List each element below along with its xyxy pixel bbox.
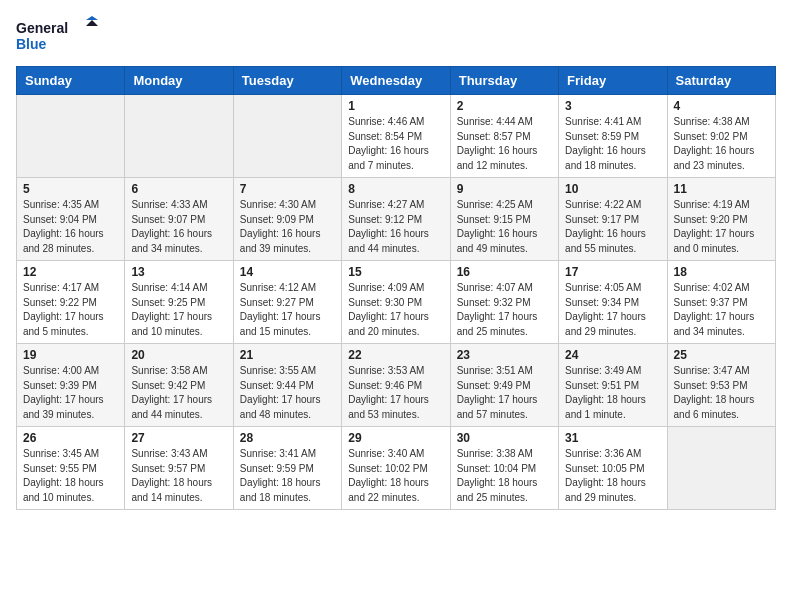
day-number: 13 <box>131 265 226 279</box>
day-number: 8 <box>348 182 443 196</box>
calendar-cell: 28Sunrise: 3:41 AM Sunset: 9:59 PM Dayli… <box>233 427 341 510</box>
svg-marker-2 <box>86 16 98 20</box>
day-number: 15 <box>348 265 443 279</box>
calendar-week-4: 19Sunrise: 4:00 AM Sunset: 9:39 PM Dayli… <box>17 344 776 427</box>
calendar-cell: 6Sunrise: 4:33 AM Sunset: 9:07 PM Daylig… <box>125 178 233 261</box>
calendar-header-row: SundayMondayTuesdayWednesdayThursdayFrid… <box>17 67 776 95</box>
day-number: 29 <box>348 431 443 445</box>
day-info: Sunrise: 4:02 AM Sunset: 9:37 PM Dayligh… <box>674 281 769 339</box>
day-number: 21 <box>240 348 335 362</box>
day-number: 28 <box>240 431 335 445</box>
day-number: 30 <box>457 431 552 445</box>
day-info: Sunrise: 4:19 AM Sunset: 9:20 PM Dayligh… <box>674 198 769 256</box>
day-number: 6 <box>131 182 226 196</box>
calendar-week-1: 1Sunrise: 4:46 AM Sunset: 8:54 PM Daylig… <box>17 95 776 178</box>
day-number: 12 <box>23 265 118 279</box>
day-info: Sunrise: 4:07 AM Sunset: 9:32 PM Dayligh… <box>457 281 552 339</box>
calendar-cell: 19Sunrise: 4:00 AM Sunset: 9:39 PM Dayli… <box>17 344 125 427</box>
day-info: Sunrise: 4:41 AM Sunset: 8:59 PM Dayligh… <box>565 115 660 173</box>
calendar-cell: 26Sunrise: 3:45 AM Sunset: 9:55 PM Dayli… <box>17 427 125 510</box>
day-number: 18 <box>674 265 769 279</box>
day-number: 3 <box>565 99 660 113</box>
calendar-cell <box>17 95 125 178</box>
day-info: Sunrise: 4:38 AM Sunset: 9:02 PM Dayligh… <box>674 115 769 173</box>
calendar-cell: 16Sunrise: 4:07 AM Sunset: 9:32 PM Dayli… <box>450 261 558 344</box>
calendar-cell: 22Sunrise: 3:53 AM Sunset: 9:46 PM Dayli… <box>342 344 450 427</box>
day-info: Sunrise: 3:58 AM Sunset: 9:42 PM Dayligh… <box>131 364 226 422</box>
day-info: Sunrise: 3:40 AM Sunset: 10:02 PM Daylig… <box>348 447 443 505</box>
calendar-cell: 21Sunrise: 3:55 AM Sunset: 9:44 PM Dayli… <box>233 344 341 427</box>
col-header-sunday: Sunday <box>17 67 125 95</box>
calendar-cell: 13Sunrise: 4:14 AM Sunset: 9:25 PM Dayli… <box>125 261 233 344</box>
day-info: Sunrise: 3:45 AM Sunset: 9:55 PM Dayligh… <box>23 447 118 505</box>
page-header: General Blue <box>16 16 776 54</box>
day-info: Sunrise: 3:53 AM Sunset: 9:46 PM Dayligh… <box>348 364 443 422</box>
calendar-cell: 3Sunrise: 4:41 AM Sunset: 8:59 PM Daylig… <box>559 95 667 178</box>
day-number: 20 <box>131 348 226 362</box>
calendar-cell: 17Sunrise: 4:05 AM Sunset: 9:34 PM Dayli… <box>559 261 667 344</box>
day-info: Sunrise: 3:55 AM Sunset: 9:44 PM Dayligh… <box>240 364 335 422</box>
calendar-cell: 12Sunrise: 4:17 AM Sunset: 9:22 PM Dayli… <box>17 261 125 344</box>
col-header-monday: Monday <box>125 67 233 95</box>
day-info: Sunrise: 3:51 AM Sunset: 9:49 PM Dayligh… <box>457 364 552 422</box>
day-info: Sunrise: 3:36 AM Sunset: 10:05 PM Daylig… <box>565 447 660 505</box>
day-info: Sunrise: 4:22 AM Sunset: 9:17 PM Dayligh… <box>565 198 660 256</box>
calendar-cell <box>125 95 233 178</box>
day-number: 7 <box>240 182 335 196</box>
calendar-table: SundayMondayTuesdayWednesdayThursdayFrid… <box>16 66 776 510</box>
day-number: 24 <box>565 348 660 362</box>
calendar-cell: 20Sunrise: 3:58 AM Sunset: 9:42 PM Dayli… <box>125 344 233 427</box>
svg-text:Blue: Blue <box>16 36 47 52</box>
day-number: 5 <box>23 182 118 196</box>
day-info: Sunrise: 4:27 AM Sunset: 9:12 PM Dayligh… <box>348 198 443 256</box>
day-info: Sunrise: 4:05 AM Sunset: 9:34 PM Dayligh… <box>565 281 660 339</box>
day-number: 4 <box>674 99 769 113</box>
calendar-cell: 9Sunrise: 4:25 AM Sunset: 9:15 PM Daylig… <box>450 178 558 261</box>
day-number: 16 <box>457 265 552 279</box>
calendar-cell: 24Sunrise: 3:49 AM Sunset: 9:51 PM Dayli… <box>559 344 667 427</box>
calendar-cell: 15Sunrise: 4:09 AM Sunset: 9:30 PM Dayli… <box>342 261 450 344</box>
day-info: Sunrise: 4:17 AM Sunset: 9:22 PM Dayligh… <box>23 281 118 339</box>
calendar-week-3: 12Sunrise: 4:17 AM Sunset: 9:22 PM Dayli… <box>17 261 776 344</box>
day-info: Sunrise: 3:43 AM Sunset: 9:57 PM Dayligh… <box>131 447 226 505</box>
day-info: Sunrise: 4:46 AM Sunset: 8:54 PM Dayligh… <box>348 115 443 173</box>
day-info: Sunrise: 4:09 AM Sunset: 9:30 PM Dayligh… <box>348 281 443 339</box>
svg-text:General: General <box>16 20 68 36</box>
day-number: 23 <box>457 348 552 362</box>
day-number: 22 <box>348 348 443 362</box>
calendar-cell: 5Sunrise: 4:35 AM Sunset: 9:04 PM Daylig… <box>17 178 125 261</box>
day-number: 1 <box>348 99 443 113</box>
calendar-cell: 11Sunrise: 4:19 AM Sunset: 9:20 PM Dayli… <box>667 178 775 261</box>
day-number: 31 <box>565 431 660 445</box>
day-info: Sunrise: 4:12 AM Sunset: 9:27 PM Dayligh… <box>240 281 335 339</box>
calendar-cell <box>233 95 341 178</box>
day-info: Sunrise: 4:30 AM Sunset: 9:09 PM Dayligh… <box>240 198 335 256</box>
day-number: 27 <box>131 431 226 445</box>
day-number: 17 <box>565 265 660 279</box>
day-info: Sunrise: 3:47 AM Sunset: 9:53 PM Dayligh… <box>674 364 769 422</box>
day-number: 25 <box>674 348 769 362</box>
day-number: 19 <box>23 348 118 362</box>
day-info: Sunrise: 3:49 AM Sunset: 9:51 PM Dayligh… <box>565 364 660 422</box>
calendar-cell: 27Sunrise: 3:43 AM Sunset: 9:57 PM Dayli… <box>125 427 233 510</box>
day-info: Sunrise: 4:25 AM Sunset: 9:15 PM Dayligh… <box>457 198 552 256</box>
day-number: 2 <box>457 99 552 113</box>
calendar-cell: 18Sunrise: 4:02 AM Sunset: 9:37 PM Dayli… <box>667 261 775 344</box>
col-header-saturday: Saturday <box>667 67 775 95</box>
calendar-cell: 31Sunrise: 3:36 AM Sunset: 10:05 PM Dayl… <box>559 427 667 510</box>
col-header-wednesday: Wednesday <box>342 67 450 95</box>
calendar-cell: 8Sunrise: 4:27 AM Sunset: 9:12 PM Daylig… <box>342 178 450 261</box>
col-header-thursday: Thursday <box>450 67 558 95</box>
day-info: Sunrise: 4:14 AM Sunset: 9:25 PM Dayligh… <box>131 281 226 339</box>
day-info: Sunrise: 4:44 AM Sunset: 8:57 PM Dayligh… <box>457 115 552 173</box>
calendar-cell <box>667 427 775 510</box>
day-info: Sunrise: 3:38 AM Sunset: 10:04 PM Daylig… <box>457 447 552 505</box>
calendar-week-2: 5Sunrise: 4:35 AM Sunset: 9:04 PM Daylig… <box>17 178 776 261</box>
col-header-friday: Friday <box>559 67 667 95</box>
calendar-cell: 1Sunrise: 4:46 AM Sunset: 8:54 PM Daylig… <box>342 95 450 178</box>
day-info: Sunrise: 4:35 AM Sunset: 9:04 PM Dayligh… <box>23 198 118 256</box>
day-info: Sunrise: 4:33 AM Sunset: 9:07 PM Dayligh… <box>131 198 226 256</box>
day-number: 10 <box>565 182 660 196</box>
day-number: 26 <box>23 431 118 445</box>
svg-marker-3 <box>86 20 98 26</box>
